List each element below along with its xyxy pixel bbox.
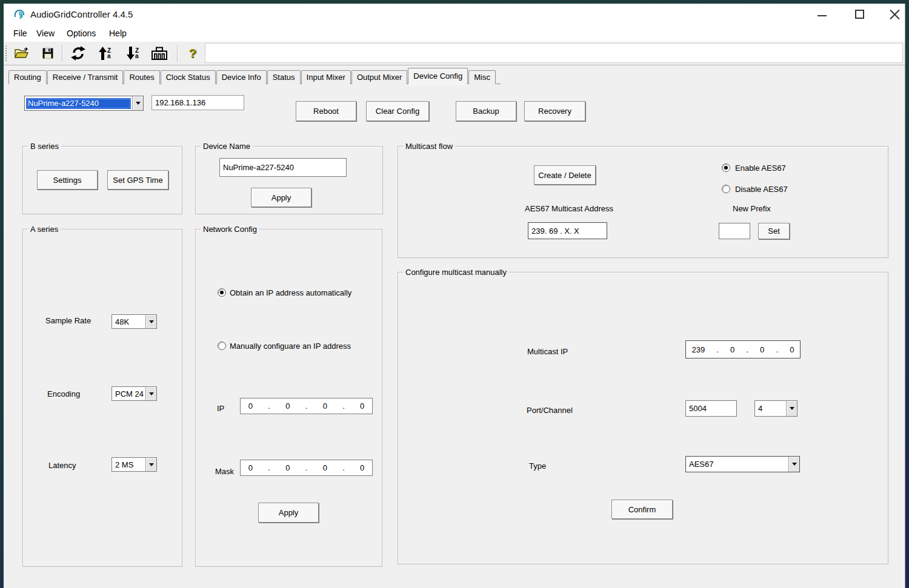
menu-bar: File View Options Help	[4, 25, 905, 41]
menu-view[interactable]: View	[33, 27, 58, 39]
network-config-group-title: Network Config	[201, 225, 259, 234]
configure-multicast-group-title: Configure multicast manually	[403, 268, 509, 277]
toolbar: Za Za ?	[4, 41, 905, 65]
encoding-dropdown-button[interactable]	[145, 387, 156, 400]
tab-strip: RoutingReceive / TransmitRoutesClock Sta…	[8, 69, 501, 84]
obtain-ip-automatically-radio[interactable]	[218, 288, 226, 297]
ip-label: IP	[217, 404, 224, 413]
multicast-ip-octet: 0	[760, 345, 764, 354]
aes67-multicast-address-field[interactable]: 239. 69 . X. X	[528, 222, 607, 239]
sample-rate-select[interactable]: 48K	[112, 314, 157, 329]
backup-button[interactable]: Backup	[456, 101, 516, 121]
refresh-button[interactable]	[68, 44, 88, 62]
set-gps-time-button[interactable]: Set GPS Time	[107, 170, 168, 190]
chevron-down-icon	[149, 392, 154, 395]
settings-button[interactable]: Settings	[37, 170, 98, 190]
device-ip-field[interactable]: 192.168.1.136	[152, 95, 244, 110]
minimize-button[interactable]	[813, 7, 831, 22]
device-name-input[interactable]: NuPrime-a227-5240	[219, 158, 347, 177]
reboot-button[interactable]: Reboot	[296, 101, 356, 121]
sort-ascending-button[interactable]: Za	[95, 44, 115, 62]
device-rack-icon	[151, 46, 168, 61]
encoding-value: PCM 24	[112, 389, 145, 398]
mask-octet: 0	[360, 463, 364, 472]
minimize-icon	[817, 15, 827, 16]
save-floppy-icon	[42, 47, 54, 59]
tab-output-mixer[interactable]: Output Mixer	[351, 70, 407, 84]
tab-input-mixer[interactable]: Input Mixer	[301, 70, 351, 84]
tab-device-config[interactable]: Device Config	[408, 68, 468, 84]
network-apply-button[interactable]: Apply	[258, 503, 319, 523]
sort-descending-button[interactable]: Za	[123, 44, 142, 62]
type-dropdown-button[interactable]	[788, 457, 799, 472]
latency-dropdown-button[interactable]	[145, 458, 156, 471]
tab-device-info[interactable]: Device Info	[216, 70, 267, 84]
manually-configure-ip-radio[interactable]	[218, 342, 226, 350]
enable-aes67-radio[interactable]	[722, 164, 730, 172]
network-config-group: Network Config Obtain an IP address auto…	[195, 229, 382, 567]
save-button[interactable]	[38, 44, 58, 62]
tab-clock-status[interactable]: Clock Status	[161, 70, 216, 84]
ip-input[interactable]: 0.0.0.0	[240, 398, 373, 414]
confirm-button[interactable]: Confirm	[611, 500, 673, 519]
aes67-multicast-address-label: AES67 Multicast Address	[525, 204, 613, 213]
device-selector-dropdown-button[interactable]	[132, 96, 143, 110]
tab-receive-transmit[interactable]: Receive / Transmit	[47, 70, 124, 84]
mask-octet: 0	[248, 463, 253, 472]
type-value: AES67	[686, 460, 788, 469]
help-button[interactable]: ?	[183, 44, 202, 62]
channel-select[interactable]: 4	[754, 400, 797, 417]
tab-misc[interactable]: Misc	[468, 70, 496, 84]
set-prefix-button[interactable]: Set	[758, 223, 790, 239]
multicast-ip-label: Multicast IP	[527, 347, 568, 356]
toolbar-grip[interactable]	[5, 45, 7, 61]
chevron-down-icon	[790, 407, 794, 410]
sort-letters: Za	[107, 48, 111, 59]
device-name-group: Device Name NuPrime-a227-5240 Apply	[195, 146, 383, 214]
toolbar-separator	[177, 45, 178, 62]
refresh-icon	[70, 45, 87, 61]
channel-dropdown-button[interactable]	[786, 401, 797, 416]
mask-octet: 0	[323, 463, 327, 472]
multicast-ip-octet: 0	[730, 345, 734, 354]
menu-help[interactable]: Help	[105, 27, 130, 39]
new-prefix-input[interactable]	[719, 223, 750, 239]
arrow-down-icon	[127, 47, 135, 60]
port-input[interactable]: 5004	[685, 400, 737, 417]
disable-aes67-label: Disable AES67	[735, 185, 788, 194]
latency-value: 2 MS	[112, 460, 145, 469]
manually-configure-ip-label: Manually configuare an IP address	[230, 342, 351, 351]
tab-routes[interactable]: Routes	[124, 70, 159, 84]
device-name-value: NuPrime-a227-5240	[223, 163, 294, 172]
maximize-icon	[855, 10, 864, 19]
b-series-group-title: B series	[28, 142, 61, 151]
port-channel-label: Port/Channel	[527, 406, 573, 415]
type-label: Type	[529, 461, 546, 471]
encoding-select[interactable]: PCM 24	[112, 386, 157, 401]
tab-status[interactable]: Status	[267, 70, 301, 84]
device-selector[interactable]: NuPrime-a227-5240	[24, 96, 144, 111]
device-name-apply-button[interactable]: Apply	[251, 188, 311, 207]
mask-input[interactable]: 0.0.0.0	[240, 460, 373, 476]
create-delete-button[interactable]: Create / Delete	[534, 165, 596, 185]
menu-file[interactable]: File	[10, 27, 31, 39]
disable-aes67-radio[interactable]	[722, 185, 730, 193]
tab-routing[interactable]: Routing	[8, 70, 47, 84]
obtain-ip-automatically-label: Obtain an IP address automatically	[230, 288, 351, 297]
recovery-button[interactable]: Recovery	[524, 101, 585, 121]
port-value: 5004	[689, 404, 707, 413]
sample-rate-dropdown-button[interactable]	[145, 315, 156, 328]
open-file-button[interactable]	[12, 44, 31, 62]
type-select[interactable]: AES67	[685, 456, 800, 472]
new-prefix-label: New Prefix	[733, 204, 771, 213]
device-rack-button[interactable]	[150, 44, 169, 62]
open-folder-icon	[14, 47, 29, 59]
menu-options[interactable]: Options	[63, 27, 99, 39]
close-button[interactable]	[886, 7, 904, 22]
latency-select[interactable]: 2 MS	[112, 457, 157, 472]
app-logo-icon	[13, 8, 25, 21]
multicast-ip-input[interactable]: 239.0.0.0	[685, 340, 801, 358]
clear-config-button[interactable]: Clear Config	[366, 101, 429, 121]
maximize-button[interactable]	[851, 7, 869, 22]
ip-octet: 0	[285, 401, 290, 411]
